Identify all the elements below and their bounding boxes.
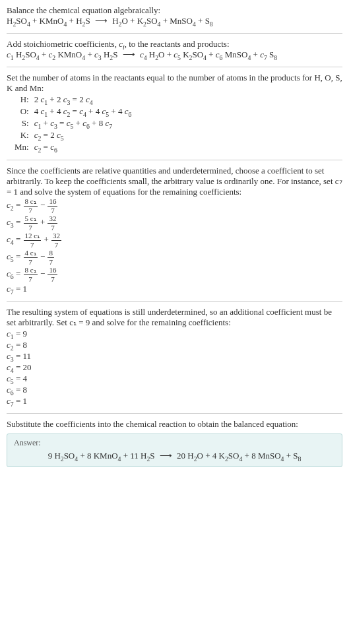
balance-eq: c2 = 2 c5 [32, 129, 135, 141]
final-section: Substitute the coefficients into the che… [7, 419, 342, 467]
balance-eq: c1 + c3 = c5 + c6 + 8 c7 [32, 117, 135, 129]
atom-balance-section: Set the number of atoms in the reactants… [7, 73, 342, 153]
balance-eq: 2 c1 + 2 c3 = 2 c4 [32, 94, 135, 106]
stoich-equation: c1 H2SO4 + c2 KMnO4 + c3 H2S ⟶ c4 H2O + … [7, 49, 342, 60]
divider [7, 160, 342, 160]
element-label: Mn: [12, 141, 32, 153]
element-label: S: [12, 117, 32, 129]
coef-line: c5 = 4 [7, 373, 342, 384]
answer-equation: 9 H2SO4 + 8 KMnO4 + 11 H2S ⟶ 20 H2O + 4 … [14, 451, 335, 461]
integer-solutions: c1 = 9 c2 = 8 c3 = 11 c4 = 20 c5 = 4 c6 … [7, 329, 342, 406]
underdet2-para: The resulting system of equations is sti… [7, 307, 342, 328]
answer-box: Answer: 9 H2SO4 + 8 KMnO4 + 11 H2S ⟶ 20 … [7, 434, 342, 467]
divider [7, 301, 342, 302]
coef-line: c7 = 1 [7, 284, 342, 294]
divider [7, 413, 342, 414]
intro-text: Balance the chemical equation algebraica… [7, 5, 342, 16]
balance-eq: c2 = c6 [32, 141, 135, 153]
fractional-solutions: c2 = 8 c₁7 − 167 c3 = 5 c₁7 + 327 c4 = 1… [7, 198, 342, 294]
table-row: Mn: c2 = c6 [12, 141, 134, 153]
table-row: S: c1 + c3 = c5 + c6 + 8 c7 [12, 117, 134, 129]
coef-line: c2 = 8 c₁7 − 167 [7, 198, 342, 214]
divider [7, 33, 342, 34]
element-label: O: [12, 106, 32, 117]
coef-line: c1 = 9 [7, 329, 342, 339]
table-row: O: 4 c1 + 4 c2 = c4 + 4 c5 + 4 c6 [12, 106, 134, 117]
divider [7, 67, 342, 67]
stoich-text: Add stoichiometric coefficients, ci, to … [7, 39, 342, 49]
element-label: K: [12, 129, 32, 141]
table-row: K: c2 = 2 c5 [12, 129, 134, 141]
coef-line: c6 = 8 [7, 385, 342, 395]
coef-line: c4 = 12 c₁7 + 327 [7, 232, 342, 249]
coef-line: c3 = 5 c₁7 + 327 [7, 215, 342, 232]
table-row: H: 2 c1 + 2 c3 = 2 c4 [12, 94, 134, 106]
underdet1-para: Since the coefficients are relative quan… [7, 166, 342, 197]
atom-balance-table: H: 2 c1 + 2 c3 = 2 c4 O: 4 c1 + 4 c2 = c… [12, 94, 134, 153]
underdetermined-2-section: The resulting system of equations is sti… [7, 307, 342, 406]
element-label: H: [12, 94, 32, 106]
atom-balance-intro: Set the number of atoms in the reactants… [7, 73, 342, 94]
underdetermined-1-section: Since the coefficients are relative quan… [7, 166, 342, 294]
coef-line: c2 = 8 [7, 340, 342, 350]
answer-label: Answer: [14, 438, 335, 448]
coef-line: c7 = 1 [7, 396, 342, 406]
coef-line: c5 = 4 c₁7 − 87 [7, 249, 342, 266]
coef-line: c3 = 11 [7, 351, 342, 362]
intro-equation: H2SO4 + KMnO4 + H2S ⟶ H2O + K2SO4 + MnSO… [7, 16, 342, 26]
balance-eq: 4 c1 + 4 c2 = c4 + 4 c5 + 4 c6 [32, 106, 135, 117]
intro-section: Balance the chemical equation algebraica… [7, 5, 342, 26]
stoich-section: Add stoichiometric coefficients, ci, to … [7, 39, 342, 60]
coef-line: c4 = 20 [7, 362, 342, 373]
coef-line: c6 = 8 c₁7 − 167 [7, 267, 342, 283]
final-para: Substitute the coefficients into the che… [7, 419, 342, 430]
